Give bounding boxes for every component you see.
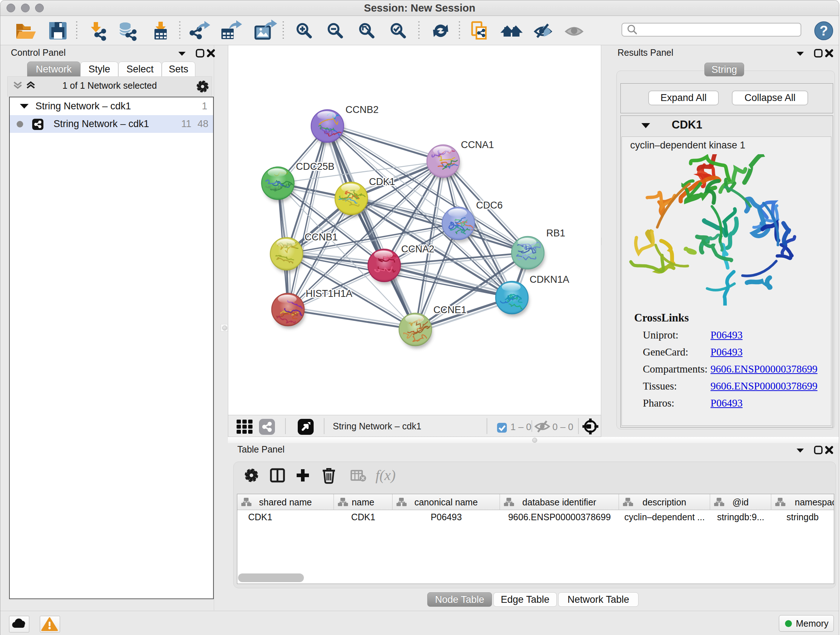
svg-text:CCNE1: CCNE1: [433, 304, 467, 315]
svg-text:RB1: RB1: [546, 228, 565, 239]
svg-text:CCNA1: CCNA1: [461, 139, 494, 150]
svg-text:HIST1H1A: HIST1H1A: [306, 288, 352, 299]
svg-text:?: ?: [819, 23, 828, 38]
svg-text:f(x): f(x): [376, 467, 396, 483]
svg-text:CCNA2: CCNA2: [401, 244, 434, 255]
svg-text:CDKN1A: CDKN1A: [530, 274, 569, 285]
svg-text:CCNB2: CCNB2: [346, 104, 379, 115]
svg-text:CDK1: CDK1: [369, 176, 395, 187]
svg-text:CDC25B: CDC25B: [296, 161, 335, 172]
svg-text:CDC6: CDC6: [476, 200, 503, 211]
svg-text:CCNB1: CCNB1: [305, 232, 338, 242]
